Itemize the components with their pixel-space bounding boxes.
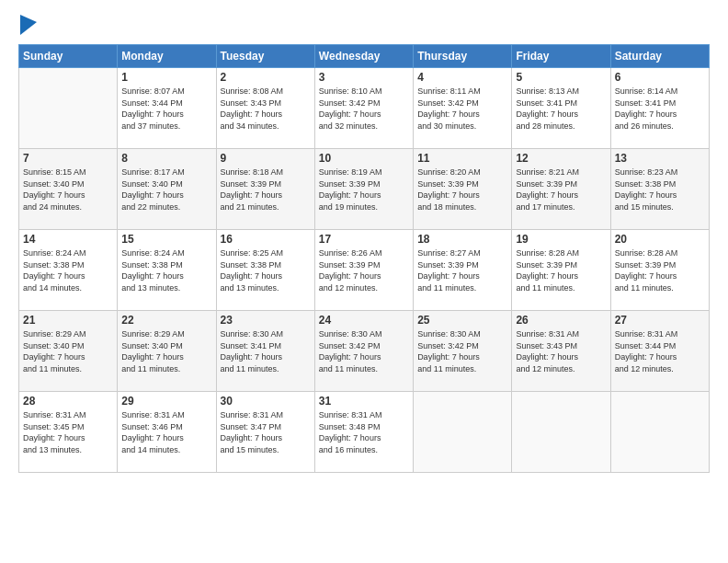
calendar-cell: 10Sunrise: 8:19 AM Sunset: 3:39 PM Dayli…	[314, 149, 413, 230]
day-number: 24	[319, 314, 409, 327]
cell-info: Sunrise: 8:30 AM Sunset: 3:41 PM Dayligh…	[221, 328, 311, 374]
day-number: 17	[319, 233, 409, 246]
weekday-header-monday: Monday	[118, 45, 216, 68]
calendar-cell	[610, 392, 709, 473]
day-number: 12	[516, 152, 606, 165]
cell-info: Sunrise: 8:10 AM Sunset: 3:42 PM Dayligh…	[319, 86, 409, 132]
calendar: SundayMondayTuesdayWednesdayThursdayFrid…	[18, 44, 710, 473]
cell-info: Sunrise: 8:21 AM Sunset: 3:39 PM Dayligh…	[516, 167, 606, 213]
cell-info: Sunrise: 8:17 AM Sunset: 3:40 PM Dayligh…	[121, 167, 211, 213]
calendar-cell	[414, 392, 512, 473]
calendar-cell: 16Sunrise: 8:25 AM Sunset: 3:38 PM Dayli…	[216, 230, 314, 311]
svg-marker-0	[20, 15, 37, 35]
calendar-cell: 23Sunrise: 8:30 AM Sunset: 3:41 PM Dayli…	[216, 311, 314, 392]
calendar-cell: 27Sunrise: 8:31 AM Sunset: 3:44 PM Dayli…	[610, 311, 709, 392]
calendar-cell: 11Sunrise: 8:20 AM Sunset: 3:39 PM Dayli…	[414, 149, 512, 230]
day-number: 30	[221, 395, 311, 408]
day-number: 7	[23, 152, 113, 165]
calendar-cell	[512, 392, 610, 473]
weekday-header-thursday: Thursday	[414, 45, 512, 68]
calendar-cell: 29Sunrise: 8:31 AM Sunset: 3:46 PM Dayli…	[118, 392, 216, 473]
calendar-cell: 17Sunrise: 8:26 AM Sunset: 3:39 PM Dayli…	[314, 230, 413, 311]
weekday-header-wednesday: Wednesday	[314, 45, 413, 68]
cell-info: Sunrise: 8:30 AM Sunset: 3:42 PM Dayligh…	[417, 328, 507, 374]
calendar-cell: 3Sunrise: 8:10 AM Sunset: 3:42 PM Daylig…	[314, 68, 413, 149]
day-number: 25	[417, 314, 507, 327]
cell-info: Sunrise: 8:07 AM Sunset: 3:44 PM Dayligh…	[121, 86, 211, 132]
calendar-cell: 31Sunrise: 8:31 AM Sunset: 3:48 PM Dayli…	[314, 392, 413, 473]
calendar-cell: 13Sunrise: 8:23 AM Sunset: 3:38 PM Dayli…	[610, 149, 709, 230]
cell-info: Sunrise: 8:31 AM Sunset: 3:46 PM Dayligh…	[121, 409, 211, 455]
calendar-cell: 12Sunrise: 8:21 AM Sunset: 3:39 PM Dayli…	[512, 149, 610, 230]
day-number: 10	[319, 152, 409, 165]
calendar-cell: 26Sunrise: 8:31 AM Sunset: 3:43 PM Dayli…	[512, 311, 610, 392]
calendar-cell: 21Sunrise: 8:29 AM Sunset: 3:40 PM Dayli…	[19, 311, 118, 392]
calendar-cell: 20Sunrise: 8:28 AM Sunset: 3:39 PM Dayli…	[610, 230, 709, 311]
calendar-cell: 28Sunrise: 8:31 AM Sunset: 3:45 PM Dayli…	[19, 392, 118, 473]
cell-info: Sunrise: 8:20 AM Sunset: 3:39 PM Dayligh…	[417, 167, 507, 213]
cell-info: Sunrise: 8:11 AM Sunset: 3:42 PM Dayligh…	[417, 86, 507, 132]
day-number: 18	[417, 233, 507, 246]
cell-info: Sunrise: 8:15 AM Sunset: 3:40 PM Dayligh…	[23, 167, 113, 213]
cell-info: Sunrise: 8:24 AM Sunset: 3:38 PM Dayligh…	[121, 247, 211, 293]
cell-info: Sunrise: 8:28 AM Sunset: 3:39 PM Dayligh…	[615, 247, 705, 293]
cell-info: Sunrise: 8:29 AM Sunset: 3:40 PM Dayligh…	[121, 328, 211, 374]
cell-info: Sunrise: 8:13 AM Sunset: 3:41 PM Dayligh…	[516, 86, 606, 132]
calendar-cell: 19Sunrise: 8:28 AM Sunset: 3:39 PM Dayli…	[512, 230, 610, 311]
logo-icon	[20, 15, 37, 35]
weekday-header-saturday: Saturday	[610, 45, 709, 68]
weekday-header-friday: Friday	[512, 45, 610, 68]
day-number: 27	[615, 314, 705, 327]
cell-info: Sunrise: 8:26 AM Sunset: 3:39 PM Dayligh…	[319, 247, 409, 293]
calendar-cell: 15Sunrise: 8:24 AM Sunset: 3:38 PM Dayli…	[118, 230, 216, 311]
day-number: 22	[121, 314, 211, 327]
day-number: 29	[121, 395, 211, 408]
day-number: 9	[221, 152, 311, 165]
day-number: 15	[121, 233, 211, 246]
cell-info: Sunrise: 8:14 AM Sunset: 3:41 PM Dayligh…	[615, 86, 705, 132]
calendar-week-row: 14Sunrise: 8:24 AM Sunset: 3:38 PM Dayli…	[19, 230, 710, 311]
day-number: 1	[121, 71, 211, 84]
day-number: 2	[221, 71, 311, 84]
day-number: 14	[23, 233, 113, 246]
weekday-header-row: SundayMondayTuesdayWednesdayThursdayFrid…	[19, 45, 710, 68]
day-number: 11	[417, 152, 507, 165]
day-number: 20	[615, 233, 705, 246]
day-number: 19	[516, 233, 606, 246]
day-number: 13	[615, 152, 705, 165]
cell-info: Sunrise: 8:24 AM Sunset: 3:38 PM Dayligh…	[23, 247, 113, 293]
calendar-cell: 1Sunrise: 8:07 AM Sunset: 3:44 PM Daylig…	[118, 68, 216, 149]
calendar-week-row: 1Sunrise: 8:07 AM Sunset: 3:44 PM Daylig…	[19, 68, 710, 149]
day-number: 4	[417, 71, 507, 84]
calendar-week-row: 7Sunrise: 8:15 AM Sunset: 3:40 PM Daylig…	[19, 149, 710, 230]
cell-info: Sunrise: 8:27 AM Sunset: 3:39 PM Dayligh…	[417, 247, 507, 293]
logo	[18, 15, 37, 35]
calendar-cell: 5Sunrise: 8:13 AM Sunset: 3:41 PM Daylig…	[512, 68, 610, 149]
day-number: 3	[319, 71, 409, 84]
cell-info: Sunrise: 8:31 AM Sunset: 3:48 PM Dayligh…	[319, 409, 409, 455]
cell-info: Sunrise: 8:08 AM Sunset: 3:43 PM Dayligh…	[221, 86, 311, 132]
cell-info: Sunrise: 8:19 AM Sunset: 3:39 PM Dayligh…	[319, 167, 409, 213]
cell-info: Sunrise: 8:31 AM Sunset: 3:45 PM Dayligh…	[23, 409, 113, 455]
cell-info: Sunrise: 8:25 AM Sunset: 3:38 PM Dayligh…	[221, 247, 311, 293]
calendar-cell: 14Sunrise: 8:24 AM Sunset: 3:38 PM Dayli…	[19, 230, 118, 311]
calendar-cell: 2Sunrise: 8:08 AM Sunset: 3:43 PM Daylig…	[216, 68, 314, 149]
cell-info: Sunrise: 8:18 AM Sunset: 3:39 PM Dayligh…	[221, 167, 311, 213]
calendar-cell: 18Sunrise: 8:27 AM Sunset: 3:39 PM Dayli…	[414, 230, 512, 311]
calendar-cell: 7Sunrise: 8:15 AM Sunset: 3:40 PM Daylig…	[19, 149, 118, 230]
cell-info: Sunrise: 8:31 AM Sunset: 3:47 PM Dayligh…	[221, 409, 311, 455]
day-number: 5	[516, 71, 606, 84]
cell-info: Sunrise: 8:31 AM Sunset: 3:43 PM Dayligh…	[516, 328, 606, 374]
calendar-week-row: 28Sunrise: 8:31 AM Sunset: 3:45 PM Dayli…	[19, 392, 710, 473]
day-number: 31	[319, 395, 409, 408]
weekday-header-sunday: Sunday	[19, 45, 118, 68]
header	[18, 15, 710, 35]
cell-info: Sunrise: 8:31 AM Sunset: 3:44 PM Dayligh…	[615, 328, 705, 374]
cell-info: Sunrise: 8:30 AM Sunset: 3:42 PM Dayligh…	[319, 328, 409, 374]
calendar-cell: 6Sunrise: 8:14 AM Sunset: 3:41 PM Daylig…	[610, 68, 709, 149]
day-number: 8	[121, 152, 211, 165]
calendar-cell: 8Sunrise: 8:17 AM Sunset: 3:40 PM Daylig…	[118, 149, 216, 230]
cell-info: Sunrise: 8:28 AM Sunset: 3:39 PM Dayligh…	[516, 247, 606, 293]
day-number: 23	[221, 314, 311, 327]
cell-info: Sunrise: 8:23 AM Sunset: 3:38 PM Dayligh…	[615, 167, 705, 213]
